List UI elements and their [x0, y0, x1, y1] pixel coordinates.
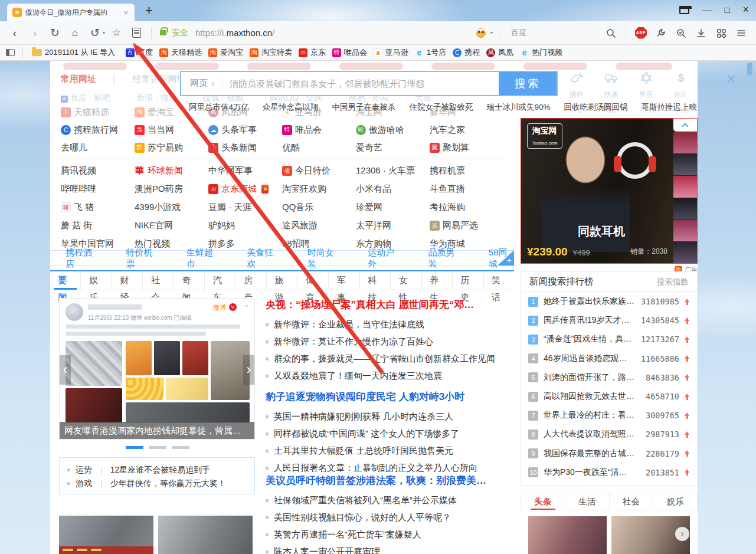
bookmark-item[interactable]: e热门视频 [520, 47, 562, 58]
hot-search-word[interactable]: 住院女子被殴致死 [410, 102, 473, 113]
headline-item[interactable]: 土耳其里拉大幅贬值 土总统呼吁国民抛售美元 [266, 442, 514, 460]
headline-item[interactable]: 又双叒叕地震了！缅甸一天内连发三次地震 [266, 368, 514, 385]
tab-close-icon[interactable]: × [122, 8, 129, 17]
site-link[interactable]: 特唯品会 [282, 124, 356, 136]
news-tab-娱乐[interactable]: 娱乐 [81, 271, 112, 290]
sidebar-tab-生活[interactable]: 生活 [565, 493, 610, 510]
site-link[interactable]: T天猫精选 [61, 107, 135, 118]
site-link[interactable]: 聚聚划算 [430, 142, 503, 153]
headline-item[interactable]: 陈杰人案一审公开开庭审理 [266, 543, 514, 554]
quick-icon-dolphin[interactable]: 携程 [559, 68, 594, 100]
site-link[interactable]: 腾讯视频 [61, 165, 135, 176]
site-link[interactable]: 省今日特价 [282, 165, 356, 176]
site-link[interactable]: QQ音乐 [282, 202, 356, 213]
category-link[interactable]: 特价机票 [126, 247, 158, 270]
headline-item[interactable]: 同样都被说成“中国间谍” 这个女人的下场惨多了 [266, 425, 514, 442]
headline-item[interactable]: 新华微评：莫让不作为慢作为凉了百姓心 [266, 333, 514, 350]
extras-row[interactable]: 游戏｜少年群侠传，等你赢万元大奖！ [67, 477, 247, 490]
notes-icon[interactable] [127, 24, 145, 42]
browser-tab[interactable]: ☀ 傲游今日_傲游用户专属的 × [7, 4, 135, 21]
news-tab-女性[interactable]: 女性 [391, 271, 421, 290]
site-link[interactable]: JD京东商城 [208, 183, 282, 195]
site-link[interactable]: 优酷 [282, 142, 356, 153]
bookmark-item[interactable]: JD京东 [299, 47, 326, 58]
news-tab-历史[interactable]: 历史 [453, 271, 483, 290]
site-link[interactable]: 小米有品 [356, 183, 430, 195]
favorite-star-icon[interactable]: ☆ [107, 24, 125, 42]
site-link[interactable]: 澳洲PO药房 [135, 183, 208, 195]
hot-search-word[interactable]: 回收吃剩汤圆回锅 [564, 102, 628, 113]
bookmark-item[interactable]: 淘天猫精选 [159, 47, 202, 58]
site-link[interactable]: 苏苏宁易购 [135, 142, 208, 153]
site-link[interactable]: 豆瓣 · 天涯 [208, 202, 282, 213]
site-link[interactable]: 華环球新闻 [135, 165, 208, 176]
overlay-close-icon[interactable]: × [726, 70, 736, 88]
category-link[interactable]: 运动户外 [368, 247, 400, 270]
site-link[interactable]: 太平洋网 [356, 220, 430, 231]
extras-row[interactable]: 运势｜12星座谁不会被轻易追到手 [67, 463, 247, 477]
portal-search-button[interactable]: 搜索 [499, 72, 557, 95]
undo-dropdown-icon[interactable]: ▾ [103, 30, 105, 35]
category-link[interactable]: 品质男装 [428, 247, 460, 270]
headline-item[interactable]: 美国性别歧视触目惊心，说好的人人平等呢？ [266, 509, 514, 526]
site-link[interactable]: 考拉海购 [430, 202, 503, 213]
headline-item[interactable]: 英国一精神病嫌犯刚刚获释 几小时内连杀三人 [266, 408, 514, 425]
site-link[interactable]: 当当当网 [135, 124, 208, 136]
pagination-dash[interactable] [149, 446, 166, 449]
headline-title[interactable]: 美议员呼吁特朗普签涉港法案，耿爽：别浪费美… [266, 474, 514, 487]
chevron-down-icon[interactable]: ⌄ [243, 300, 250, 309]
portal-search-input[interactable] [230, 78, 499, 88]
headline-item[interactable]: 英警方再逮捕一名“死亡货车”案嫌疑人 [266, 526, 514, 543]
close-button[interactable]: × [742, 5, 749, 14]
news-tab-体育[interactable]: 体育 [298, 271, 329, 290]
ranking-item[interactable]: 446岁周迅首谈婚恋观：一次离…11665886 [521, 349, 697, 368]
sidebar-toggle-icon[interactable] [6, 49, 15, 56]
category-link[interactable]: 生鲜超市 [186, 247, 219, 270]
news-photo[interactable] [158, 516, 253, 554]
site-link[interactable]: 哈傲游哈哈 [356, 124, 430, 136]
headline-title[interactable]: 豹子追逐宠物狗误闯印度民宅 人豹对峙3小时 [266, 390, 514, 404]
site-link[interactable]: 中华网军事 [208, 165, 282, 176]
overlay-nav-tab[interactable]: 常用网址 [61, 74, 96, 85]
headline-title[interactable]: 央视：“操场埋尸案”真相大白 愿世间再无“邓… [266, 298, 514, 312]
site-link[interactable]: 途风旅游 [282, 220, 356, 231]
refresh-button[interactable]: ↻ [46, 24, 64, 42]
bookmark-item[interactable]: 凤凤凰 [486, 47, 513, 58]
news-tab-军事[interactable]: 军事 [329, 271, 359, 290]
ranking-item[interactable]: 7世界上最冷的村庄：看一眼照…3009765 [521, 406, 697, 425]
news-tab-财经[interactable]: 财经 [112, 271, 143, 290]
bookmark-item[interactable]: 百百度 [126, 47, 153, 58]
search-engine-bee-icon[interactable] [476, 28, 486, 38]
ad-thumbnail-strip[interactable] [673, 132, 697, 263]
faded-site-link[interactable]: 百百度 · 贴吧 [61, 93, 110, 103]
faded-site-link[interactable]: 新浪 · 微博 [136, 93, 176, 103]
scrollbar-thumb[interactable] [747, 63, 752, 76]
sidebar-tab-社会[interactable]: 社会 [610, 493, 654, 510]
headline-item[interactable]: 群众的事，拨拨就灵——辽宁省鞍山市创新群众工作见闻 [266, 350, 514, 368]
ranking-item[interactable]: 6高以翔因抢救无效去世年仅35…4658710 [521, 387, 697, 406]
home-button[interactable]: ⌂ [66, 24, 84, 42]
pagination-dash[interactable] [126, 446, 143, 449]
download-icon[interactable] [692, 24, 710, 42]
category-link[interactable]: 美食狂欢 [247, 247, 279, 270]
news-tab-房产[interactable]: 房产 [236, 271, 267, 290]
bookmark-item[interactable]: 淘淘宝特卖 [250, 47, 292, 58]
quick-icon-dollar[interactable]: $外汇 [663, 68, 698, 100]
carousel-caption[interactable]: 网友曝香港漫画家内地捞钱却挺暴徒，曾属… [60, 422, 254, 439]
ranking-item[interactable]: 10华为P30一夜跌至“清仓价”…2013851 [521, 463, 697, 482]
quick-icon-truck[interactable]: 快递 [594, 68, 629, 100]
back-button[interactable]: ‹ [6, 24, 24, 42]
bookmark-item[interactable]: a亚马逊 [374, 47, 408, 58]
menu-hamburger-icon[interactable] [732, 24, 750, 42]
toolbar-search-input[interactable]: 百度 [511, 28, 600, 38]
site-link[interactable]: 12306 · 火车票 [356, 165, 430, 176]
site-link[interactable]: 斗鱼直播 [430, 183, 503, 195]
ranking-item[interactable]: 9我国保存最完整的古城，差一…2286179 [521, 444, 697, 463]
category-link[interactable]: 携程酒店 [66, 247, 98, 270]
site-link[interactable]: NIKE官网 [135, 220, 208, 231]
news-tab-奇闻[interactable]: 奇闻 [174, 271, 205, 290]
carousel-next-icon[interactable]: › [243, 355, 254, 385]
site-link[interactable]: 猪飞 猪 [61, 202, 135, 213]
address-url[interactable]: https://i.maxthon.cn/ [195, 28, 274, 38]
pagination-dash[interactable] [172, 446, 189, 449]
